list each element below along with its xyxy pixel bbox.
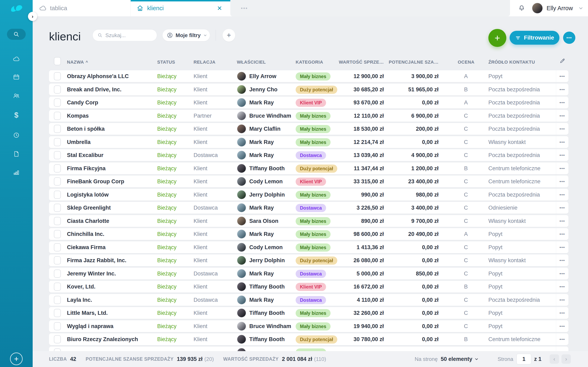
sidebar-item-contacts[interactable] (0, 91, 33, 101)
client-name[interactable]: Wygląd i naprawa (67, 320, 155, 332)
row-menu-button[interactable]: ••• (556, 242, 568, 253)
row-menu-button[interactable]: ••• (556, 175, 568, 187)
row-checkbox[interactable] (54, 230, 61, 238)
row-menu-button[interactable]: ••• (556, 70, 568, 82)
table-row[interactable]: UmbrellaBieżącyKlientMark RayMały biznes… (49, 136, 568, 148)
column-header-zrodlo[interactable]: ŹRÓDŁO KONTAKTU (488, 59, 535, 65)
tab-strip-overflow[interactable]: ••• (230, 0, 510, 16)
row-checkbox[interactable] (54, 151, 61, 159)
row-menu-button[interactable]: ••• (556, 215, 568, 227)
row-menu-button[interactable]: ••• (556, 320, 568, 332)
column-header-status[interactable]: STATUS (157, 59, 175, 65)
sidebar-item-dashboard[interactable] (0, 54, 33, 64)
row-checkbox[interactable] (54, 256, 61, 264)
row-checkbox[interactable] (54, 85, 61, 94)
client-name[interactable]: FineBank Group Corp (67, 175, 155, 187)
sidebar-add-button[interactable]: + (10, 352, 23, 365)
table-row[interactable]: Sklep GreenlightBieżącyDostawcaMark RayD… (49, 202, 568, 214)
next-page-button[interactable]: › (562, 354, 571, 364)
table-row[interactable]: Logistyka lotówBieżącyKlientJerry Dolphi… (49, 189, 568, 201)
table-row[interactable]: Jeremy Winter Inc.BieżącyDostawcaMark Ra… (49, 268, 568, 280)
table-row[interactable]: Ciasta CharlotteBieżącyKlientSara OlsonM… (49, 215, 568, 227)
column-header-relacja[interactable]: RELACJA (194, 59, 215, 65)
column-header-ocena[interactable]: OCENA (458, 59, 474, 65)
row-checkbox[interactable] (54, 72, 61, 80)
client-name[interactable]: Chinchilla Inc. (67, 228, 155, 240)
row-checkbox[interactable] (54, 125, 61, 133)
bell-icon[interactable] (518, 4, 525, 12)
client-name[interactable]: Firma Fikcyjna (67, 162, 155, 174)
row-checkbox[interactable] (54, 296, 61, 304)
table-row[interactable]: FineBank Group CorpBieżącyKlientCody Lem… (49, 175, 568, 187)
table-row[interactable]: KompasBieżącyPartnerBruce WindhamMały bi… (49, 110, 568, 122)
row-menu-button[interactable]: ••• (556, 110, 568, 122)
column-header-kategoria[interactable]: KATEGORIA (296, 59, 323, 65)
sidebar-item-documents[interactable] (0, 149, 33, 159)
search-input[interactable] (105, 32, 150, 39)
sidebar-item-time[interactable] (0, 130, 33, 140)
table-row[interactable]: Break and Drive, Inc.BieżącyKlientJenny … (49, 83, 568, 95)
client-name[interactable]: Firma Jazz Rabbit, Inc. (67, 254, 155, 266)
client-name[interactable]: Biuro Rzeczy Znalezionych (67, 333, 155, 345)
row-checkbox[interactable] (54, 243, 61, 251)
row-menu-button[interactable]: ••• (556, 149, 568, 161)
client-name[interactable]: Candy Corp (67, 97, 155, 108)
table-row[interactable]: Beton i spółkaBieżącyKlientMary ClaflinM… (49, 123, 568, 135)
client-name[interactable]: Obrazy Alphonse'a LLC (67, 70, 155, 82)
row-menu-button[interactable]: ••• (556, 162, 568, 174)
row-checkbox[interactable] (54, 349, 61, 351)
per-page-select[interactable]: 50 elementy (441, 356, 479, 362)
sidebar-item-calendar[interactable] (0, 72, 33, 82)
column-header-nazwa[interactable]: NAZWA^ (67, 59, 88, 65)
client-name[interactable]: Ciekawa Firma (67, 242, 155, 253)
filter-button[interactable]: Filtrowanie (510, 31, 559, 45)
row-checkbox[interactable] (54, 138, 61, 146)
table-row[interactable]: Chinchilla Inc.BieżącyKlientMark RayMały… (49, 228, 568, 240)
table-row[interactable]: Candy CorpBieżącyKlientMark RayKlient VI… (49, 97, 568, 108)
client-name[interactable]: Ciasta Charlotte (67, 215, 155, 227)
page-number-input[interactable] (517, 354, 531, 364)
table-row[interactable]: Little Mars, Ltd.BieżącyKlientTiffany Bo… (49, 307, 568, 319)
more-actions-button[interactable]: ••• (563, 32, 575, 44)
column-header-wartosc[interactable]: WARTOŚĆ SPRZE… (331, 59, 384, 65)
sidebar-item-finance[interactable]: $ (0, 110, 33, 120)
sidebar-expand-button[interactable]: › (28, 12, 37, 21)
client-name[interactable]: Logistyka lotów (67, 189, 155, 201)
my-filters-button[interactable]: Moje filtry (163, 29, 210, 41)
user-name[interactable]: Elly Arrow (546, 5, 573, 12)
row-checkbox[interactable] (54, 269, 61, 278)
edit-columns-button[interactable] (556, 58, 568, 65)
row-menu-button[interactable]: ••• (556, 97, 568, 108)
row-checkbox[interactable] (54, 322, 61, 330)
row-checkbox[interactable] (54, 335, 61, 343)
row-menu-button[interactable]: ••• (556, 202, 568, 214)
row-checkbox[interactable] (54, 99, 61, 107)
close-icon[interactable]: ✕ (217, 5, 222, 12)
user-avatar[interactable] (532, 3, 543, 14)
table-row[interactable]: Firma Jazz Rabbit, Inc.BieżącyKlientJerr… (49, 254, 568, 266)
prev-page-button[interactable]: ‹ (550, 354, 559, 364)
client-name[interactable]: Break and Drive, Inc. (67, 83, 155, 95)
table-row[interactable]: ••• (49, 347, 568, 351)
row-menu-button[interactable]: ••• (556, 281, 568, 292)
tab-klienci[interactable]: klienci ✕ (131, 0, 230, 16)
row-menu-button[interactable]: ••• (556, 254, 568, 266)
table-row[interactable]: Wygląd i naprawaBieżącyKlientBruce Windh… (49, 320, 568, 332)
tab-tablica[interactable]: tablica (35, 0, 131, 16)
table-row[interactable]: Firma FikcyjnaBieżącyKlientTiffany Booth… (49, 162, 568, 174)
select-all-checkbox[interactable] (54, 57, 61, 65)
table-row[interactable]: Kover, Ltd.BieżącyKlientTiffany BoothKli… (49, 281, 568, 292)
sidebar-item-reports[interactable] (0, 167, 33, 177)
client-name[interactable]: Beton i spółka (67, 123, 155, 135)
row-checkbox[interactable] (54, 191, 61, 199)
table-row[interactable]: Biuro Rzeczy ZnalezionychBieżącyKlientTi… (49, 333, 568, 345)
client-name[interactable]: Stal Excalibur (67, 149, 155, 161)
client-name[interactable]: Layla Inc. (67, 294, 155, 306)
chevron-down-icon[interactable] (578, 6, 584, 11)
row-menu-button[interactable]: ••• (556, 268, 568, 280)
sidebar-search-button[interactable] (7, 29, 26, 40)
client-name[interactable]: Umbrella (67, 136, 155, 148)
client-name[interactable]: Jeremy Winter Inc. (67, 268, 155, 280)
add-filter-button[interactable]: + (223, 29, 235, 42)
column-header-potencjalne[interactable]: POTENCJALNE SZA… (386, 59, 439, 65)
